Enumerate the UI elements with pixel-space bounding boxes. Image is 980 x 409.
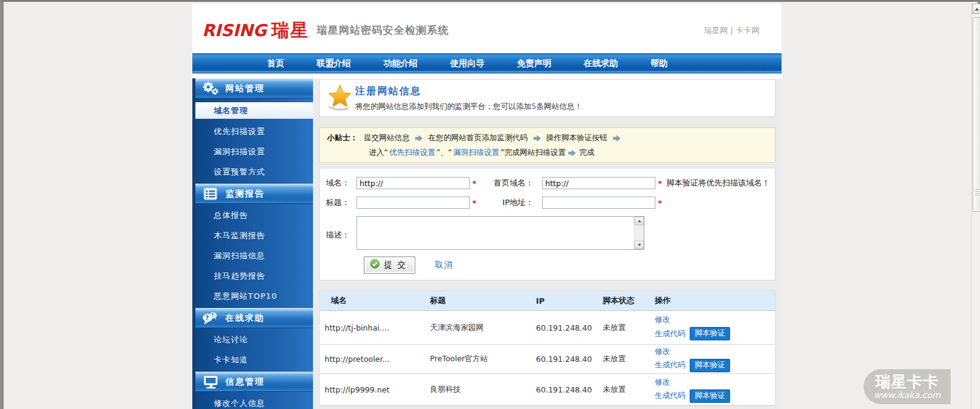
sidebar-item-alert-method-settings[interactable]: 设置预警方式 — [195, 162, 313, 182]
cell-ip: 60.191.248.40 — [533, 323, 600, 332]
rising-logo-en: RISING — [202, 21, 266, 40]
required-mark: * — [472, 179, 478, 188]
script-verify-button[interactable]: 脚本验证 — [690, 359, 730, 372]
sidebar-item-priority-scan-settings[interactable]: 优先扫描设置 — [195, 121, 313, 141]
rising-logo[interactable]: RISING瑞星 — [202, 18, 309, 43]
ip-input[interactable] — [542, 197, 655, 209]
cell-domain[interactable]: http://pretooler... — [320, 355, 427, 364]
scroll-down-icon[interactable] — [635, 241, 644, 249]
sidebar: 网站管理 域名管理 优先扫描设置 漏洞扫描设置 设置预警方式 — [192, 78, 313, 409]
cell-domain[interactable]: http://tj-binhai.... — [320, 323, 427, 332]
nav-item-help[interactable]: 帮助 — [650, 58, 668, 69]
sidebar-section-title: 信息管理 — [225, 377, 265, 388]
scrollbar-thumb[interactable] — [973, 17, 980, 212]
form-actions: 提 交 取消 — [364, 257, 453, 274]
sidebar-item-vulnerability-scan-settings[interactable]: 漏洞扫描设置 — [195, 141, 313, 162]
main-nav: 首页 联盟介绍 功能介绍 使用向导 免责声明 在线求助 帮助 — [192, 53, 782, 73]
tips-line-1: 小贴士： 提交网站信息 在您的网站首页添加监测代码 操作脚本验证按钮 — [320, 133, 775, 143]
sidebar-item-malicious-site-top10[interactable]: 恶意网站TOP10 — [195, 286, 313, 306]
sidebar-item-trojan-trend-report[interactable]: 挂马趋势报告 — [195, 266, 313, 286]
main-content: 注册网站信息 将您的网站信息添加到我们的监测平台；您可以添加5条网站信息！ 小贴… — [313, 73, 782, 409]
domain-input[interactable] — [356, 177, 470, 189]
generate-code-link[interactable]: 生成代码 — [655, 329, 685, 339]
tips-line2-post: ”完成网站扫描设置 — [500, 148, 565, 158]
nav-item-home[interactable]: 首页 — [267, 58, 284, 69]
sidebar-item-overall-report[interactable]: 总体报告 — [195, 205, 313, 225]
sidebar-section-title: 监测报告 — [225, 189, 265, 200]
edit-link[interactable]: 修改 — [655, 377, 670, 388]
tips-line2-pre: 进入“ — [369, 148, 388, 158]
cell-domain[interactable]: http://lp9999.net — [320, 385, 427, 394]
tips-line2-end: 完成 — [579, 148, 594, 158]
generate-code-link[interactable]: 生成代码 — [655, 391, 685, 401]
nav-item-disclaimer[interactable]: 免责声明 — [517, 58, 551, 69]
description-label: 描述： — [320, 216, 356, 250]
tips-step-3: 操作脚本验证按钮 — [546, 133, 608, 143]
page-body: 网站管理 域名管理 优先扫描设置 漏洞扫描设置 设置预警方式 — [192, 73, 782, 409]
rising-logo-cn: 瑞星 — [271, 20, 309, 40]
sidebar-section-title: 在线求助 — [225, 313, 265, 324]
spacer — [313, 117, 782, 127]
system-title: 瑞星网站密码安全检测系统 — [317, 23, 449, 37]
tips-step-1: 提交网站信息 — [364, 133, 410, 143]
table-row: http://lp9999.net 良朋科技 60.191.248.40 未放置… — [320, 373, 775, 406]
vulnerability-scan-settings-link[interactable]: 漏洞扫描设置 — [453, 148, 499, 158]
nav-item-feature-intro[interactable]: 功能介绍 — [383, 58, 418, 69]
description-textarea[interactable] — [356, 216, 644, 250]
scroll-up-icon[interactable] — [635, 217, 644, 225]
home-domain-input[interactable] — [542, 177, 655, 189]
sidebar-section-info-management[interactable]: 信息管理 — [195, 372, 313, 392]
star-icon — [328, 84, 352, 114]
nav-item-online-help[interactable]: 在线求助 — [584, 58, 618, 69]
domain-label: 域名： — [320, 178, 356, 189]
gears-icon — [202, 81, 220, 97]
subtitle-post: 条网站信息！ — [536, 102, 582, 111]
submit-button[interactable]: 提 交 — [364, 257, 415, 274]
title-input[interactable] — [356, 197, 470, 209]
form-row-description: 描述： — [320, 216, 644, 250]
nav-item-alliance-intro[interactable]: 联盟介绍 — [317, 58, 351, 69]
register-site-form: 域名： * 首页域名： * 脚本验证将优先扫描该域名！ 标题： * IP地址： — [319, 168, 775, 280]
nav-item-guide[interactable]: 使用向导 — [450, 58, 484, 69]
cell-operations: 修改 生成代码 脚本验证 — [652, 315, 775, 340]
script-verify-button[interactable]: 脚本验证 — [690, 327, 730, 340]
window-vertical-scrollbar[interactable] — [971, 4, 980, 409]
check-circle-icon — [370, 259, 380, 271]
arrow-right-icon — [568, 150, 576, 156]
edit-link[interactable]: 修改 — [655, 347, 670, 357]
sidebar-section-site-management[interactable]: 网站管理 — [195, 78, 313, 99]
sidebar-item-edit-personal-info[interactable]: 修改个人信息 — [195, 393, 313, 409]
arrow-right-icon — [613, 135, 620, 141]
scrollbar-up-arrow-icon[interactable] — [972, 4, 980, 14]
spacer — [313, 163, 782, 168]
header-site-links[interactable]: 瑞星网 | 卡卡网 — [704, 25, 760, 36]
sidebar-item-trojan-monitor-report[interactable]: 木马监测报告 — [195, 225, 313, 246]
priority-scan-settings-link[interactable]: 优先扫描设置 — [389, 148, 435, 158]
cell-script-status: 未放置 — [600, 354, 652, 364]
page-title: 注册网站信息 — [355, 85, 421, 98]
textarea-scrollbar[interactable] — [634, 217, 644, 249]
sidebar-section-monitor-reports[interactable]: 监测报告 — [195, 184, 313, 204]
sidebar-item-domain-management[interactable]: 域名管理 — [195, 102, 313, 119]
edit-link[interactable]: 修改 — [655, 315, 670, 325]
main-nav-list: 首页 联盟介绍 功能介绍 使用向导 免责声明 在线求助 帮助 — [192, 53, 782, 73]
generate-code-link[interactable]: 生成代码 — [655, 360, 685, 370]
home-domain-label: 首页域名： — [483, 178, 542, 189]
home-domain-note: 脚本验证将优先扫描该域名！ — [666, 178, 770, 189]
sidebar-item-forum-discussion[interactable]: 论坛讨论 — [195, 329, 313, 350]
sidebar-section-online-help[interactable]: ! ? 在线求助 — [195, 308, 313, 328]
ikaka-watermark-badge: 瑞星卡卡 www.ikaka.com — [864, 369, 951, 404]
chat-icon: ! ? — [202, 310, 220, 326]
svg-text:?: ? — [205, 313, 210, 321]
sidebar-item-vulnerability-scan-info[interactable]: 漏洞扫描信息 — [195, 246, 313, 266]
col-header-domain: 域名 — [320, 295, 427, 306]
cell-script-status: 未放置 — [600, 385, 652, 395]
col-header-ip: IP — [533, 296, 600, 306]
col-header-operations: 操作 — [652, 295, 775, 306]
cell-title: 天津滨海家园网 — [427, 323, 533, 333]
script-verify-button[interactable]: 脚本验证 — [690, 389, 730, 403]
scrollbar-grip — [975, 189, 979, 195]
sidebar-item-kaka-knows[interactable]: 卡卡知道 — [195, 350, 313, 370]
tips-step-2: 在您的网站首页添加监测代码 — [428, 133, 528, 143]
cancel-link[interactable]: 取消 — [435, 260, 453, 271]
